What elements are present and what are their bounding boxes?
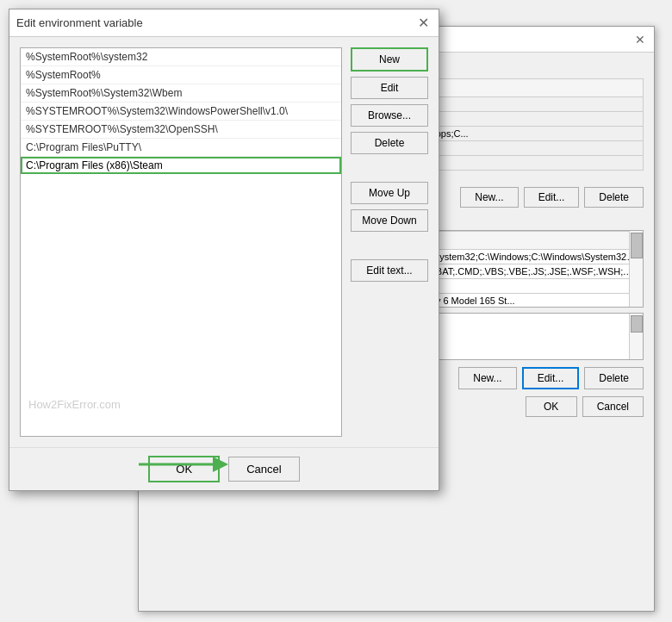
sys-new-button[interactable]: New... [458, 367, 516, 389]
scrollbar-track-2[interactable] [629, 314, 643, 359]
bg-ok-button[interactable]: OK [526, 396, 577, 417]
edit-text-button[interactable]: Edit text... [351, 259, 428, 282]
sys-delete-button[interactable]: Delete [584, 367, 644, 389]
path-item[interactable]: %SystemRoot%\system32 [21, 48, 341, 66]
path-list[interactable]: %SystemRoot%\system32 %SystemRoot% %Syst… [20, 47, 342, 437]
path-item[interactable]: %SystemRoot%\System32\Wbem [21, 84, 341, 103]
user-edit-button[interactable]: Edit... [524, 187, 580, 208]
main-footer: OK Cancel [9, 447, 439, 490]
main-dialog-title: Edit environment variable [16, 16, 143, 29]
move-up-button[interactable]: Move Up [351, 182, 428, 204]
new-button[interactable]: New [351, 47, 428, 72]
path-item[interactable]: %SYSTEMROOT%\System32\OpenSSH\ [21, 121, 341, 139]
spacer [351, 159, 428, 177]
spacer2 [351, 237, 428, 254]
browse-button[interactable]: Browse... [351, 104, 428, 127]
bg-cancel-button[interactable]: Cancel [582, 396, 644, 417]
main-body: %SystemRoot%\system32 %SystemRoot% %Syst… [9, 37, 439, 447]
path-item[interactable]: C:\Program Files\PuTTY\ [21, 139, 341, 157]
path-item[interactable]: %SystemRoot% [21, 66, 341, 84]
edit-button[interactable]: Edit [351, 77, 428, 99]
sys-edit-button[interactable]: Edit... [522, 367, 580, 389]
main-titlebar: Edit environment variable ✕ [9, 9, 439, 37]
scrollbar-thumb-2[interactable] [631, 315, 643, 333]
side-buttons: New Edit Browse... Delete Move Up Move D… [351, 47, 428, 437]
move-down-button[interactable]: Move Down [351, 209, 428, 232]
path-item[interactable]: %SYSTEMROOT%\System32\WindowsPowerShell\… [21, 103, 341, 121]
ok-button[interactable]: OK [148, 456, 220, 482]
edit-env-var-dialog: Edit environment variable ✕ %SystemRoot%… [9, 9, 439, 491]
scrollbar-track[interactable] [629, 231, 643, 307]
path-list-container: %SystemRoot%\system32 %SystemRoot% %Syst… [20, 47, 342, 437]
cancel-button[interactable]: Cancel [228, 457, 299, 482]
main-close-icon[interactable]: ✕ [414, 15, 432, 32]
path-edit-input[interactable] [26, 159, 336, 171]
scrollbar-thumb[interactable] [631, 233, 643, 258]
path-item-editing[interactable] [21, 157, 341, 174]
delete-button[interactable]: Delete [351, 132, 428, 154]
user-delete-button[interactable]: Delete [584, 187, 644, 208]
bg-close-icon[interactable]: ✕ [633, 33, 647, 47]
user-new-button[interactable]: New... [460, 187, 518, 208]
